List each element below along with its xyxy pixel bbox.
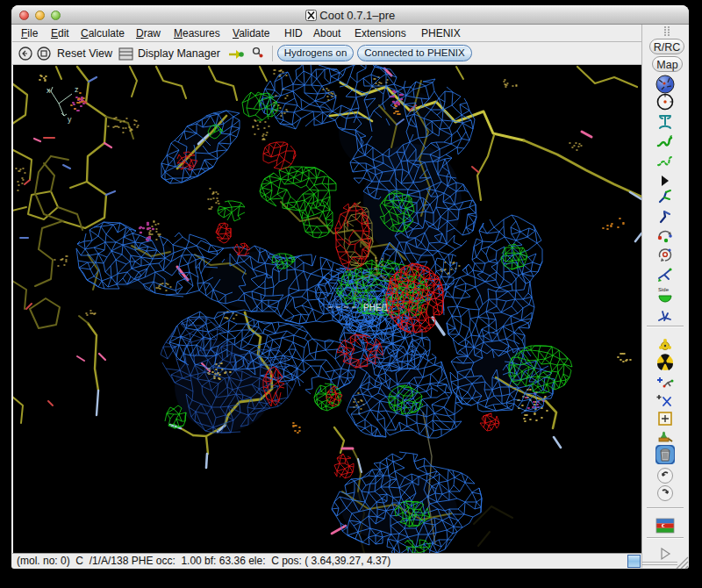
svg-text:z: z bbox=[75, 85, 79, 94]
svg-text:x: x bbox=[47, 86, 51, 95]
svg-text:Side: Side bbox=[658, 287, 670, 292]
svg-text:y: y bbox=[68, 115, 72, 124]
svg-text:PHE/1: PHE/1 bbox=[363, 303, 389, 312]
